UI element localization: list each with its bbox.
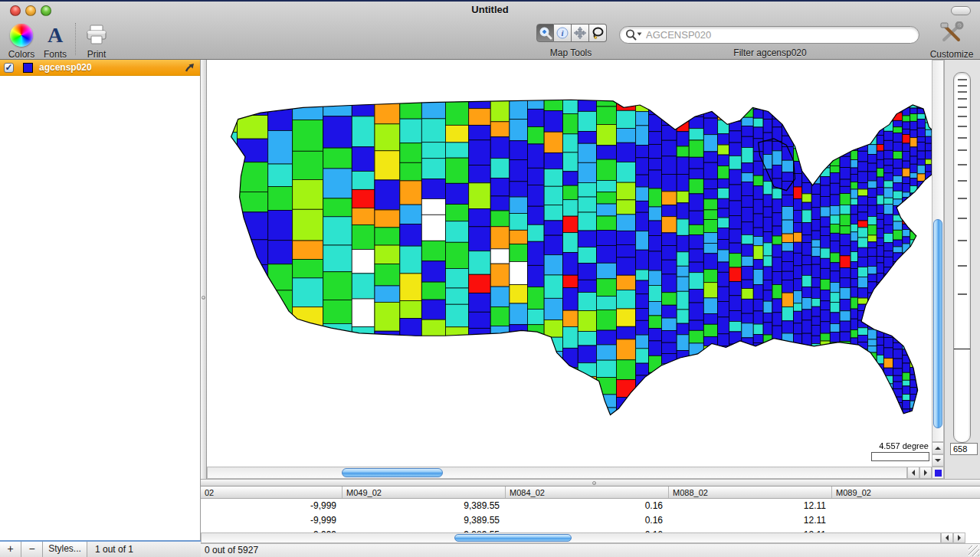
table-hscroll-track[interactable]: [201, 532, 941, 543]
column-header[interactable]: 02: [201, 487, 343, 499]
zoom-ruler-panel: [944, 60, 980, 479]
fonts-button[interactable]: A Fonts: [40, 23, 70, 60]
cell: -9,999: [201, 513, 336, 528]
zoom-tick: [958, 91, 967, 93]
map-scale-label: 4.557 degree: [851, 441, 929, 451]
map-vscroll-track[interactable]: [932, 60, 944, 442]
toolbar-divider: [75, 23, 76, 55]
cell: [832, 499, 974, 513]
zoom-tick: [958, 198, 967, 199]
filter-label: Filter agcensp020: [690, 48, 851, 58]
zoom-tick: [958, 137, 967, 139]
sidebar-footer: + − Styles... 1 out of 1: [0, 540, 201, 557]
column-header[interactable]: M049_02: [343, 487, 506, 499]
column-header[interactable]: M084_02: [506, 487, 669, 499]
table-hscroll-right-button[interactable]: [953, 532, 965, 543]
map-tools-group: i: [536, 24, 607, 42]
printer-icon: [85, 25, 108, 46]
zoom-tick: [958, 79, 967, 80]
sidebar-splitter[interactable]: [201, 60, 207, 479]
filter-search-input[interactable]: [619, 26, 919, 44]
cell: -9,999: [201, 499, 336, 513]
column-header[interactable]: M088_02: [669, 487, 832, 499]
table-scrollbar: [201, 532, 980, 543]
map-scale-bar: [871, 452, 929, 461]
table-row[interactable]: -9,999 9,389.55 0.16 12.11: [201, 513, 980, 528]
print-button[interactable]: Print: [81, 23, 112, 60]
splitter-grip-icon: [592, 481, 596, 485]
add-layer-button[interactable]: +: [0, 542, 21, 557]
zoom-tick: [958, 293, 967, 295]
cell: [832, 513, 974, 528]
overview-toggle-icon: [935, 470, 942, 477]
zoom-tool-button[interactable]: [536, 24, 554, 42]
zoom-value-field[interactable]: [950, 443, 978, 455]
styles-button[interactable]: Styles...: [43, 542, 87, 557]
cell: 9,389.55: [343, 499, 500, 513]
column-header[interactable]: M089_02: [832, 487, 980, 499]
arrow-down-icon: [935, 459, 941, 462]
lasso-tool-button[interactable]: [589, 24, 607, 42]
info-icon: i: [556, 26, 569, 40]
map-corner-button[interactable]: [932, 467, 944, 479]
colors-button[interactable]: Colors: [5, 23, 38, 60]
toolbar-toggle-button[interactable]: [951, 6, 971, 15]
layer-color-swatch[interactable]: [23, 63, 33, 73]
table-header: 02 M049_02 M084_02 M088_02 M089_02: [201, 487, 980, 499]
magnifier-plus-icon: [539, 26, 552, 40]
map-pane: 4.557 degree: [207, 60, 944, 479]
arrow-right-icon: [958, 535, 961, 541]
fonts-icon: A: [48, 24, 63, 47]
cell: 0.16: [506, 499, 663, 513]
cell: 12.11: [669, 513, 826, 528]
remove-layer-button[interactable]: −: [21, 542, 43, 557]
filter-search: [619, 26, 919, 44]
map-vscroll-down-button[interactable]: [932, 454, 944, 467]
map-vscroll-thumb[interactable]: [933, 219, 942, 428]
zoom-current-level-line: [954, 349, 970, 349]
cell: 9,389.55: [343, 513, 500, 528]
layer-row-agcensp020[interactable]: ✓ agcensp020: [0, 60, 200, 76]
zoom-tick: [958, 98, 967, 100]
zoom-tick: [958, 149, 967, 151]
search-icon: [625, 29, 644, 41]
window-title: Untitled: [0, 4, 980, 15]
zoom-slider[interactable]: [953, 72, 971, 443]
table-hscroll-left-button[interactable]: [941, 532, 953, 543]
colors-label: Colors: [5, 49, 38, 60]
info-tool-button[interactable]: i: [554, 24, 572, 42]
table-hscroll-thumb[interactable]: [454, 534, 572, 542]
map-tools-label: Map Tools: [529, 48, 613, 58]
customize-button[interactable]: Customize: [926, 21, 978, 60]
zoom-tick: [958, 218, 967, 219]
cell: 0.16: [506, 513, 663, 528]
layer-expand-icon[interactable]: [184, 62, 195, 74]
table-row[interactable]: -9,999 9,389.55 0.16 12.11: [201, 499, 980, 513]
app-window: Untitled Colors A Fonts Print: [0, 0, 980, 557]
selection-count: 0 out of 5927: [205, 545, 258, 555]
table-status-bar: 0 out of 5927: [201, 543, 980, 557]
map-hscroll-left-button[interactable]: [907, 467, 919, 479]
fonts-label: Fonts: [40, 49, 70, 60]
window-chrome: Untitled Colors A Fonts Print: [0, 0, 980, 60]
map-canvas[interactable]: [207, 60, 932, 467]
map-vscroll-up-button[interactable]: [932, 442, 944, 454]
zoom-tick: [958, 126, 967, 127]
title-bar[interactable]: Untitled: [0, 2, 980, 17]
layer-label: agcensp020: [39, 62, 92, 73]
window-resize-grip[interactable]: [969, 546, 979, 556]
pan-tool-button[interactable]: [572, 24, 589, 42]
map-hscroll-thumb[interactable]: [342, 468, 443, 477]
customize-tools-icon: [939, 21, 965, 44]
zoom-tick: [958, 85, 967, 87]
layers-sidebar: ✓ agcensp020: [0, 60, 201, 540]
color-wheel-icon: [10, 24, 33, 47]
zoom-tick: [958, 106, 967, 108]
zoom-tick: [958, 180, 967, 182]
layer-visibility-checkbox[interactable]: ✓: [4, 63, 14, 73]
cell: 12.11: [669, 499, 826, 513]
zoom-tick: [958, 164, 967, 165]
map-hscroll-track[interactable]: [207, 467, 907, 479]
table-splitter[interactable]: [201, 479, 980, 487]
map-hscroll-right-button[interactable]: [919, 467, 932, 479]
